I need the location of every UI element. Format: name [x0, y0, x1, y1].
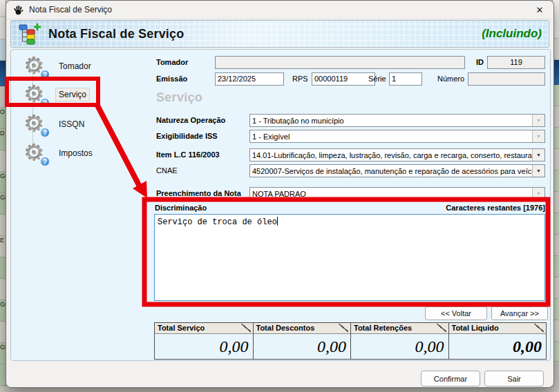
- discriminacao-textarea[interactable]: Serviço de troca de óleo: [154, 214, 545, 301]
- close-icon[interactable]: ✕: [526, 1, 553, 19]
- serie-label: Série: [368, 75, 386, 83]
- gear-question-icon: ⚙?: [24, 55, 49, 78]
- total-descontos-cell: Total Descontos 0,00: [253, 323, 351, 359]
- chevron-down-icon[interactable]: ▼: [532, 188, 544, 199]
- diagonal-divider: [241, 324, 251, 332]
- background-row: [0, 215, 6, 236]
- exigibilidade-value: 1 - Exigível: [250, 133, 532, 141]
- gear-question-icon: ⚙?: [24, 83, 49, 106]
- background-row: [0, 364, 6, 386]
- sair-button[interactable]: Sair: [484, 371, 544, 386]
- total-liquido-value: 0,00: [449, 334, 547, 359]
- title-bar: Nota Fiscal de Serviço ✕: [6, 1, 553, 19]
- diagonal-divider: [339, 324, 348, 332]
- exigibilidade-label: Exigibilidade ISS: [156, 132, 218, 140]
- total-servico-cell: Total Serviço 0,00: [155, 323, 253, 359]
- item-lc-combo[interactable]: 14.01-Lubrificação, limpeza, lustração, …: [249, 148, 545, 161]
- sidebar-item-tomador[interactable]: ⚙? Tomador: [24, 55, 94, 78]
- chevron-down-icon[interactable]: ▼: [532, 149, 544, 161]
- serie-field[interactable]: 1: [389, 72, 422, 86]
- background-row: G(: [0, 300, 6, 322]
- cnae-label: CNAE: [156, 166, 178, 175]
- background-row: G(: [0, 172, 6, 193]
- item-lc-value: 14.01-Lubrificação, limpeza, lustração, …: [250, 151, 532, 159]
- chevron-down-icon[interactable]: ▼: [532, 165, 544, 177]
- gear-question-icon: ⚙?: [24, 112, 49, 136]
- background-row: [0, 39, 6, 61]
- sidebar-item-label: Tomador: [56, 60, 94, 72]
- numero-field: [468, 72, 545, 86]
- nota-fiscal-dialog: Nota Fiscal de Serviço ✕ Nota Fiscal de …: [6, 0, 554, 388]
- background-row: D: [0, 129, 6, 150]
- total-retencoes-label: Total Retenções: [354, 324, 412, 332]
- dialog-header: Nota Fiscal de Serviço (Incluindo): [10, 20, 549, 48]
- natureza-label: Natureza Operação: [156, 116, 225, 124]
- background-row: [0, 61, 6, 86]
- total-retencoes-cell: Total Retenções 0,00: [350, 323, 448, 359]
- emissao-label: Emissão: [156, 75, 187, 83]
- mode-badge: (Incluindo): [482, 27, 542, 41]
- sidebar-item-impostos[interactable]: ⚙? Impostos: [24, 141, 95, 165]
- emissao-field[interactable]: 23/12/2025: [215, 72, 284, 86]
- total-servico-label: Total Serviço: [158, 324, 205, 332]
- cnae-combo[interactable]: 4520007-Serviços de instalação, manutenç…: [249, 164, 545, 177]
- diagonal-divider: [437, 324, 446, 332]
- sidebar-item-label: ISSQN: [56, 118, 87, 130]
- preenchimento-combo[interactable]: NOTA PADRAO ▼: [249, 187, 545, 200]
- total-retencoes-value: 0,00: [351, 334, 448, 359]
- totals-table: Total Serviço 0,00 Total Descontos 0,00 …: [154, 322, 547, 360]
- diagonal-divider: [534, 324, 544, 332]
- rps-label: RPS: [292, 75, 308, 83]
- numero-label: Número: [437, 75, 464, 83]
- background-row: [0, 150, 6, 172]
- total-liquido-cell: Total Liquido 0,00: [448, 323, 547, 359]
- background-row: [0, 17, 6, 39]
- gear-question-icon: ⚙?: [24, 141, 49, 165]
- voltar-button[interactable]: << Voltar: [425, 306, 487, 320]
- background-row: [0, 86, 6, 108]
- background-row: [0, 279, 6, 300]
- preenchimento-label: Preenchimento da Nota: [156, 189, 241, 197]
- sidebar-item-label: Impostos: [56, 147, 95, 159]
- natureza-value: 1 - Tributação no município: [250, 117, 532, 125]
- background-row: O: [0, 108, 6, 129]
- background-row: G(: [0, 193, 6, 215]
- background-row: E: [0, 236, 6, 257]
- background-row: G(: [0, 343, 6, 364]
- text-cursor: [277, 217, 278, 226]
- id-label: ID: [476, 58, 484, 66]
- app-hand-icon: [13, 4, 24, 15]
- discriminacao-text: Serviço de troca de óleo: [158, 217, 277, 227]
- confirmar-button[interactable]: Confirmar: [421, 371, 480, 386]
- sidebar-item-servico[interactable]: ⚙? Serviço: [24, 83, 89, 106]
- natureza-combo[interactable]: 1 - Tributação no município ▼: [249, 114, 545, 127]
- total-liquido-label: Total Liquido: [452, 324, 499, 332]
- background-row: [0, 257, 6, 279]
- cnae-value: 4520007-Serviços de instalação, manutenç…: [250, 167, 532, 175]
- rps-field[interactable]: 00000119: [312, 72, 375, 86]
- org-chart-icon: [18, 23, 41, 45]
- section-title-servico: Serviço: [156, 90, 202, 105]
- sidebar-item-issqn[interactable]: ⚙? ISSQN: [24, 112, 87, 136]
- background-row: [0, 322, 6, 343]
- chevron-down-icon[interactable]: ▼: [532, 130, 544, 142]
- preenchimento-value: NOTA PADRAO: [250, 190, 532, 198]
- sidebar-item-label: Serviço: [56, 88, 89, 101]
- page-title: Nota Fiscal de Serviço: [48, 27, 184, 41]
- chevron-down-icon[interactable]: ▼: [532, 115, 544, 126]
- window-title: Nota Fiscal de Serviço: [29, 5, 112, 14]
- caracteres-restantes-label: Caracteres restantes [1976]: [393, 204, 545, 212]
- exigibilidade-combo[interactable]: 1 - Exigível ▼: [249, 130, 545, 143]
- avancar-button[interactable]: Avançar >>: [491, 306, 548, 320]
- tomador-label: Tomador: [156, 58, 188, 66]
- discriminacao-label: Discriminação: [155, 204, 207, 212]
- tomador-field[interactable]: [215, 56, 465, 69]
- background-row: [0, 0, 6, 17]
- total-servico-value: 0,00: [155, 334, 253, 359]
- total-descontos-label: Total Descontos: [256, 324, 315, 332]
- total-descontos-value: 0,00: [254, 334, 351, 359]
- item-lc-label: Item L.C 116/2003: [156, 150, 220, 159]
- id-field: 119: [487, 56, 545, 69]
